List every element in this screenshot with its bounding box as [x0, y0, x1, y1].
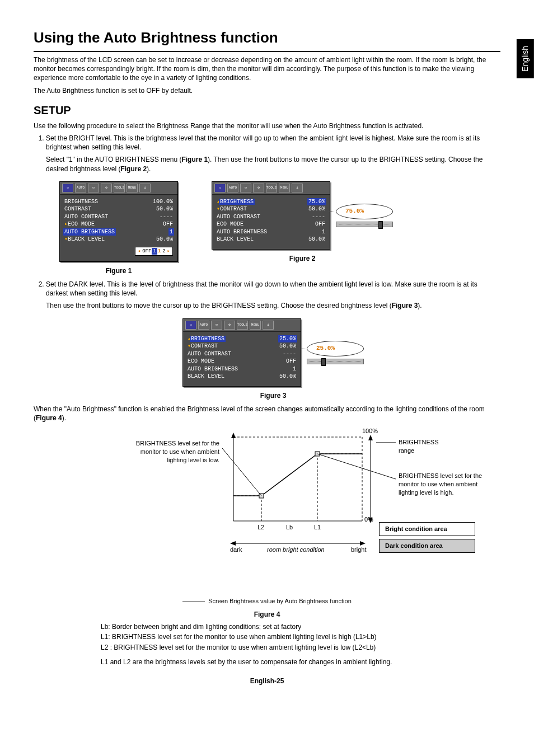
osd-panel-fig3: ☼ AUTO ▭ ⚙ TOOLS MENU i ▴BRIGHTNESS25.0%… [182, 318, 301, 387]
osd-value: OFF [315, 220, 325, 228]
diagram-legend: Screen Brightness value by Auto Brightne… [34, 597, 500, 605]
slider-thumb-icon [378, 221, 383, 229]
osd-panel-fig1: ☼ AUTO ▭ ⚙ TOOLS MENU i BRIGHTNESS100.0%… [59, 181, 178, 262]
osd-foot-total: 2 [162, 248, 165, 255]
osd-item: BRIGHTNESS [64, 198, 98, 206]
osd-item-highlighted: BRIGHTNESS [190, 336, 226, 342]
osd-item: AUTO CONTRAST [64, 213, 108, 221]
osd-value: 1 [293, 365, 296, 373]
osd-value: OFF [286, 358, 296, 365]
osd-value: 50.0% [308, 236, 325, 243]
osd-tab-icon: ▭ [88, 184, 99, 192]
diagram-l2-label: L2 [257, 523, 264, 532]
osd-value: 100.0% [153, 198, 173, 206]
intro-paragraph-1: The brightness of the LCD screen can be … [34, 55, 500, 83]
figure-2: ☼ AUTO ▭ ⚙ TOOLS MENU i ▴BRIGHTNESS75.0%… [212, 181, 393, 275]
osd-item: ECO MODE [188, 358, 214, 365]
after-p-post: ). [62, 414, 66, 422]
step-1-text-b: Select "1" in the AUTO BRIGHTNESS menu (… [46, 155, 500, 173]
page-footer: English-25 [34, 677, 500, 685]
setup-intro: Use the following procedure to select th… [34, 121, 500, 130]
svg-marker-12 [368, 435, 373, 440]
osd-tab-icon: AUTO [227, 184, 238, 192]
osd-foot-off: OFF [142, 248, 151, 255]
osd-item: ECO MODE [68, 221, 95, 227]
osd-tab-icon: ▭ [240, 184, 251, 192]
bubble-value: 25.0% [307, 341, 364, 356]
osd-tab-icon: TOOLS [114, 184, 125, 192]
figure-3: ☼ AUTO ▭ ⚙ TOOLS MENU i ▴BRIGHTNESS25.0%… [182, 318, 364, 400]
intro-paragraph-2: The Auto Brightness function is set to O… [34, 86, 500, 95]
value-callout: 75.0% [336, 204, 393, 227]
osd-tab-icon: TOOLS [237, 321, 248, 330]
notes-block: Lb: Border between bright and dim lighti… [101, 622, 500, 666]
note-lb: Lb: Border between bright and dim lighti… [101, 622, 500, 631]
osd-value: 50.0% [279, 373, 296, 381]
diagram-left-label: BRIGHTNESS level set for the monitor to … [127, 439, 219, 464]
value-callout: 25.0% [307, 341, 364, 364]
diagram-range-label: BRIGHTNESS range [399, 438, 441, 455]
diagram-right-label: BRIGHTNESS level set for the monitor to … [399, 472, 494, 497]
osd-item: CONTRAST [191, 343, 218, 349]
dark-condition-box: Dark condition area [379, 539, 475, 553]
step-2-text-b: Then use the front buttons to move the c… [46, 301, 500, 310]
osd-tab-icon: MENU [127, 184, 138, 192]
step-1-text-a: Set the BRIGHT level. This is the bright… [46, 134, 480, 151]
diagram-axis-label: room bright condition [267, 546, 325, 554]
osd-value: 25.0% [278, 335, 297, 343]
osd-item: AUTO BRIGHTNESS [217, 228, 267, 236]
osd-foot-right: 1 [158, 248, 161, 255]
diagram-l1-label: L1 [314, 523, 321, 532]
osd-panel-fig2: ☼ AUTO ▭ ⚙ TOOLS MENU i ▴BRIGHTNESS75.0%… [212, 181, 330, 250]
slider-thumb-icon [321, 358, 326, 366]
osd-item: AUTO BRIGHTNESS [188, 365, 238, 373]
osd-tab-icon: MENU [250, 321, 261, 330]
figure-3-caption: Figure 3 [260, 391, 287, 400]
osd-item: CONTRAST [64, 205, 91, 213]
osd-value: 1 [322, 228, 325, 236]
osd-value: 50.0% [279, 342, 296, 350]
legend-line-icon [182, 602, 205, 602]
diagram-bright-label: bright [351, 546, 367, 554]
diagram-0-label: 0% [364, 515, 373, 524]
osd-foot-options: ◂ OFF 1 1 2 ▸ [135, 247, 173, 256]
svg-marker-18 [230, 541, 236, 546]
ref-figure-3: Figure 3 [392, 302, 418, 309]
osd-item: CONTRAST [220, 206, 247, 212]
osd-tab-icon: ⚙ [101, 184, 112, 192]
osd-value: 50.0% [156, 236, 173, 243]
svg-line-16 [317, 454, 396, 479]
osd-item-highlighted: AUTO BRIGHTNESS [63, 228, 116, 236]
osd-item: BLACK LEVEL [188, 373, 224, 381]
osd-item-highlighted: BRIGHTNESS [219, 199, 255, 205]
step1b-post: ). [147, 165, 151, 173]
osd-tab-icon: ☼ [185, 321, 196, 330]
ref-figure-2: Figure 2 [120, 165, 147, 173]
osd-item: BLACK LEVEL [217, 236, 254, 243]
note-l2: L2 : BRIGHTNESS level set for the monito… [101, 643, 500, 652]
after-steps-paragraph: When the "Auto Brightness" function is e… [34, 405, 500, 422]
osd-tab-icon: ☼ [62, 184, 73, 192]
brightness-slider [336, 222, 393, 227]
osd-value: ---- [160, 213, 173, 221]
osd-tab-icon: AUTO [75, 184, 86, 192]
osd-tab-icon: AUTO [198, 321, 209, 330]
osd-tab-icon: ⚙ [224, 321, 235, 330]
osd-value: 1 [168, 228, 174, 236]
after-p-pre: When the "Auto Brightness" function is e… [34, 405, 485, 422]
note-l1: L1: BRIGHTNESS level set for the monitor… [101, 632, 500, 641]
note-final: L1 and L2 are the brightness levels set … [101, 658, 500, 666]
setup-steps: Set the BRIGHT level. This is the bright… [34, 134, 500, 400]
figure-4-caption: Figure 4 [34, 610, 500, 619]
brightness-slider [307, 359, 364, 364]
osd-value: ---- [283, 350, 296, 358]
osd-tab-icon: i [292, 184, 303, 192]
diagram-100-label: 100% [362, 427, 378, 435]
osd-tab-icon: ▭ [211, 321, 222, 330]
osd-value: 75.0% [307, 198, 326, 206]
osd-item: ECO MODE [217, 220, 243, 228]
step-2: Set the DARK level. This is the level of… [46, 280, 500, 400]
svg-marker-19 [360, 541, 366, 546]
figure-2-caption: Figure 2 [289, 254, 316, 263]
figure-1-caption: Figure 1 [106, 266, 132, 275]
